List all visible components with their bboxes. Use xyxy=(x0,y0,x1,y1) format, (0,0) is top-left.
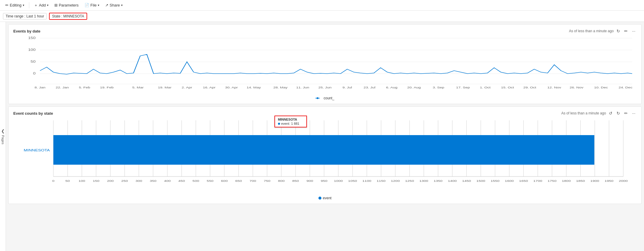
share-label: Share xyxy=(110,3,120,7)
content-area: Events by date As of less than a minute … xyxy=(6,22,644,251)
pages-label: Pages xyxy=(1,135,5,144)
svg-text:250: 250 xyxy=(121,179,128,182)
bar-chart-svg: MINNESOTA 0 50 100 150 200 250 300 350 4… xyxy=(13,117,637,194)
panel1-header: Events by date As of less than a minute … xyxy=(13,28,637,34)
svg-text:1650: 1650 xyxy=(519,179,528,182)
bar-chart-container: MINNESOTA 0 50 100 150 200 250 300 350 4… xyxy=(13,117,637,194)
svg-text:800: 800 xyxy=(278,179,285,182)
parameters-icon: ⊞ xyxy=(54,3,58,7)
svg-text:1750: 1750 xyxy=(548,179,557,182)
svg-text:9. Jul: 9. Jul xyxy=(342,86,352,89)
svg-text:600: 600 xyxy=(221,179,228,182)
panel2-more-btn[interactable]: ··· xyxy=(631,110,637,116)
svg-text:25. Jun: 25. Jun xyxy=(318,86,331,89)
svg-text:15. Oct: 15. Oct xyxy=(501,86,514,89)
svg-text:19. Feb: 19. Feb xyxy=(100,86,114,89)
file-button[interactable]: 📄 File ▾ xyxy=(82,2,102,9)
add-button[interactable]: ＋ Add ▾ xyxy=(32,1,51,9)
panel-event-counts: Event counts by state As of less than a … xyxy=(8,106,642,204)
state-chip[interactable]: State : MINNESOTA xyxy=(49,13,87,20)
svg-text:200: 200 xyxy=(107,179,114,182)
share-button[interactable]: ↗ Share ▾ xyxy=(103,2,125,9)
main-layout: ❮ Pages Events by date As of less than a… xyxy=(0,22,644,251)
state-label: State : MINNESOTA xyxy=(52,14,84,18)
svg-text:0: 0 xyxy=(33,72,35,75)
svg-text:28. May: 28. May xyxy=(273,86,287,89)
add-label: Add xyxy=(39,3,46,7)
svg-text:750: 750 xyxy=(264,179,271,182)
svg-text:550: 550 xyxy=(207,179,214,182)
share-chevron-icon: ▾ xyxy=(121,4,123,7)
toolbar: ✏ Editing ▾ ＋ Add ▾ ⊞ Parameters 📄 File … xyxy=(0,0,644,11)
panel2-legend-label: event xyxy=(323,196,331,200)
svg-text:2000: 2000 xyxy=(619,179,628,182)
svg-text:350: 350 xyxy=(150,179,157,182)
time-range-label: Time range : Last 1 hour xyxy=(6,14,44,18)
svg-text:17. Sep: 17. Sep xyxy=(456,86,470,89)
svg-text:1450: 1450 xyxy=(462,179,471,182)
svg-text:1150: 1150 xyxy=(377,179,386,182)
svg-text:5. Mar: 5. Mar xyxy=(132,86,144,89)
svg-text:10. Dec: 10. Dec xyxy=(594,86,608,89)
svg-text:3. Sep: 3. Sep xyxy=(433,86,444,89)
svg-text:1250: 1250 xyxy=(405,179,414,182)
svg-text:6. Aug: 6. Aug xyxy=(386,86,397,89)
panel2-actions: As of less than a minute ago ↺ ↻ ✏ ··· xyxy=(561,110,637,116)
svg-text:1350: 1350 xyxy=(434,179,443,182)
parameters-label: Parameters xyxy=(59,3,79,7)
svg-text:16. Apr: 16. Apr xyxy=(203,86,216,89)
svg-text:1000: 1000 xyxy=(334,179,343,182)
panel1-refresh-btn[interactable]: ↻ xyxy=(615,28,621,34)
panel1-more-btn[interactable]: ··· xyxy=(631,28,637,34)
svg-text:5. Feb: 5. Feb xyxy=(79,86,90,89)
svg-text:1850: 1850 xyxy=(576,179,585,182)
time-range-chip[interactable]: Time range : Last 1 hour xyxy=(3,13,47,20)
panel2-refresh2-btn[interactable]: ↻ xyxy=(615,110,621,116)
add-icon: ＋ xyxy=(34,3,38,8)
svg-text:26. Nov: 26. Nov xyxy=(570,86,583,89)
add-chevron-icon: ▾ xyxy=(47,4,48,7)
panel1-edit-btn[interactable]: ✏ xyxy=(623,28,629,34)
svg-text:19. Mar: 19. Mar xyxy=(158,86,171,89)
svg-text:12. Nov: 12. Nov xyxy=(547,86,561,89)
svg-text:8. Jan: 8. Jan xyxy=(35,86,45,89)
svg-text:100: 100 xyxy=(28,48,35,52)
svg-text:22. Jan: 22. Jan xyxy=(56,86,69,89)
panel2-edit-btn[interactable]: ✏ xyxy=(623,110,629,116)
panel2-header: Event counts by state As of less than a … xyxy=(13,110,637,116)
svg-text:50: 50 xyxy=(65,179,70,182)
svg-text:1300: 1300 xyxy=(419,179,428,182)
editing-button[interactable]: ✏ Editing ▾ xyxy=(3,2,27,9)
svg-text:1550: 1550 xyxy=(491,179,500,182)
minnesota-bar xyxy=(53,135,594,165)
collapse-icon: ❮ xyxy=(1,129,5,133)
svg-text:11. Jun: 11. Jun xyxy=(296,86,309,89)
svg-text:700: 700 xyxy=(250,179,256,182)
panel1-title: Events by date xyxy=(13,29,40,33)
panel2-legend: event xyxy=(13,196,637,200)
line-chart-svg: 150 100 50 0 8. Jan 22. Jan 5. Feb 19. F… xyxy=(13,35,637,94)
panel1-legend-label: count_ xyxy=(323,96,334,100)
panel-events-by-date: Events by date As of less than a minute … xyxy=(8,24,642,104)
pages-side-tab[interactable]: ❮ Pages xyxy=(0,22,6,251)
svg-text:MINNESOTA: MINNESOTA xyxy=(24,149,50,152)
edit-icon: ✏ xyxy=(5,3,9,7)
svg-text:2. Apr: 2. Apr xyxy=(182,86,192,89)
panel2-refresh1-btn[interactable]: ↺ xyxy=(608,110,614,116)
legend-event: event xyxy=(318,196,331,200)
svg-text:300: 300 xyxy=(136,179,142,182)
panel1-status: As of less than a minute ago xyxy=(569,29,614,33)
svg-text:400: 400 xyxy=(164,179,171,182)
chevron-down-icon: ▾ xyxy=(23,4,24,7)
editing-label: Editing xyxy=(10,3,22,7)
svg-text:1800: 1800 xyxy=(562,179,571,182)
svg-text:1900: 1900 xyxy=(590,179,599,182)
file-chevron-icon: ▾ xyxy=(98,4,99,7)
svg-text:1500: 1500 xyxy=(476,179,485,182)
panel2-status: As of less than a minute ago xyxy=(561,111,606,115)
parameters-button[interactable]: ⊞ Parameters xyxy=(52,2,81,9)
svg-text:1950: 1950 xyxy=(604,179,613,182)
filter-bar: Time range : Last 1 hour State : MINNESO… xyxy=(0,11,644,22)
svg-text:150: 150 xyxy=(93,179,100,182)
svg-text:1100: 1100 xyxy=(362,179,371,182)
